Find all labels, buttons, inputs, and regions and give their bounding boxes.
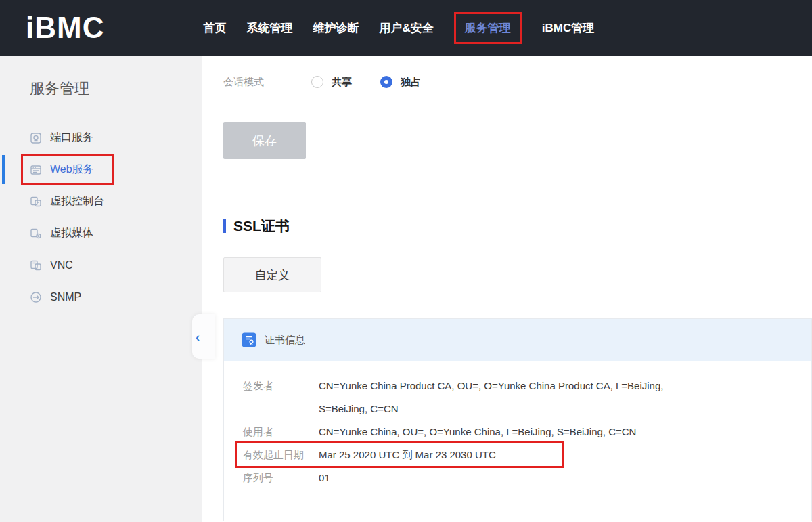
sidebar-item-virtual-media[interactable]: 虚拟媒体 (0, 217, 202, 249)
radio-shared-label: 共享 (332, 76, 352, 89)
radio-shared[interactable]: 共享 (311, 76, 352, 89)
nav-item-home[interactable]: 首页 (203, 20, 226, 36)
sidebar-item-label: SNMP (50, 291, 81, 303)
cert-row-issuer: 签发者 CN=Yunke China Product CA, OU=, O=Yu… (243, 374, 791, 420)
nav-item-service-management[interactable]: 服务管理 (454, 12, 522, 44)
cert-row-subject: 使用者 CN=Yunke China, OU=, O=Yunke China, … (243, 420, 791, 443)
sidebar: 服务管理 端口服务 Web服务 虚拟控制台 (0, 56, 202, 522)
certificate-panel-header: 证书信息 (224, 319, 811, 361)
sidebar-item-label: 虚拟控制台 (50, 194, 104, 209)
radio-shared-circle[interactable] (311, 76, 323, 88)
certificate-panel-body: 签发者 CN=Yunke China Product CA, OU=, O=Yu… (224, 361, 811, 521)
sidebar-collapse-toggle[interactable]: ‹ (192, 314, 215, 359)
sidebar-item-virtual-console[interactable]: 虚拟控制台 (0, 186, 202, 217)
customize-button[interactable]: 自定义 (223, 257, 321, 292)
cert-row-serial-number: 序列号 01 (243, 466, 791, 490)
nav-item-maintenance-diagnosis[interactable]: 维护诊断 (313, 20, 359, 36)
sidebar-item-label: 端口服务 (50, 131, 93, 145)
main-layout: 服务管理 端口服务 Web服务 虚拟控制台 (0, 56, 812, 522)
sidebar-item-vnc[interactable]: VNC (0, 249, 202, 281)
certificate-info-panel: 证书信息 签发者 CN=Yunke China Product CA, OU=,… (223, 318, 812, 521)
top-navigation: 首页 系统管理 维护诊断 用户&安全 服务管理 iBMC管理 (203, 12, 594, 44)
ibmc-logo: iBMC (26, 11, 104, 45)
virtual-media-icon (30, 227, 42, 240)
sidebar-item-snmp[interactable]: SNMP (0, 281, 202, 313)
certificate-icon (242, 332, 256, 347)
cert-row-validity: 有效起止日期 Mar 25 2020 UTC 到 Mar 23 2030 UTC (243, 443, 791, 466)
session-mode-label: 会话模式 (223, 76, 311, 89)
top-bar: iBMC 首页 系统管理 维护诊断 用户&安全 服务管理 iBMC管理 (0, 0, 812, 56)
virtual-console-icon (30, 196, 42, 208)
section-accent-bar (223, 219, 226, 233)
nav-item-system-management[interactable]: 系统管理 (246, 20, 292, 36)
save-button[interactable]: 保存 (223, 122, 306, 159)
sidebar-item-web-service[interactable]: Web服务 (0, 154, 202, 186)
cert-row-label: 签发者 (243, 374, 319, 420)
cert-row-value: 01 (319, 466, 330, 490)
main-content: 会话模式 共享 独占 保存 SSL证书 自定义 (202, 56, 812, 522)
cert-row-value: Mar 25 2020 UTC 到 Mar 23 2030 UTC (319, 443, 496, 466)
radio-exclusive[interactable]: 独占 (380, 76, 421, 89)
sidebar-item-port-service[interactable]: 端口服务 (0, 122, 202, 154)
nav-item-ibmc-management[interactable]: iBMC管理 (542, 20, 594, 36)
radio-exclusive-label: 独占 (401, 76, 421, 89)
cert-row-label: 使用者 (243, 420, 319, 443)
cert-row-value: CN=Yunke China, OU=, O=Yunke China, L=Be… (319, 420, 636, 443)
active-item-accent-bar (2, 155, 5, 184)
cert-row-value: CN=Yunke China Product CA, OU=, O=Yunke … (319, 374, 698, 420)
sidebar-item-label: Web服务 (50, 162, 94, 177)
sidebar-item-label: 虚拟媒体 (50, 226, 93, 240)
session-mode-row: 会话模式 共享 独占 (223, 74, 812, 89)
sidebar-menu: 端口服务 Web服务 虚拟控制台 虚拟媒体 (0, 122, 202, 313)
radio-exclusive-circle[interactable] (380, 76, 392, 88)
web-service-icon (30, 164, 42, 176)
ssl-certificate-section-header: SSL证书 (223, 217, 812, 236)
cert-row-label: 序列号 (243, 466, 319, 490)
cert-row-label: 有效起止日期 (243, 443, 319, 466)
certificate-panel-title: 证书信息 (265, 334, 305, 347)
ssl-certificate-title: SSL证书 (233, 217, 290, 236)
nav-item-user-security[interactable]: 用户&安全 (379, 20, 433, 36)
chevron-left-icon: ‹ (196, 330, 200, 343)
port-service-icon (30, 132, 42, 144)
sidebar-title: 服务管理 (0, 56, 202, 99)
vnc-icon (30, 259, 42, 271)
snmp-icon (30, 291, 42, 303)
sidebar-item-label: VNC (50, 259, 73, 271)
